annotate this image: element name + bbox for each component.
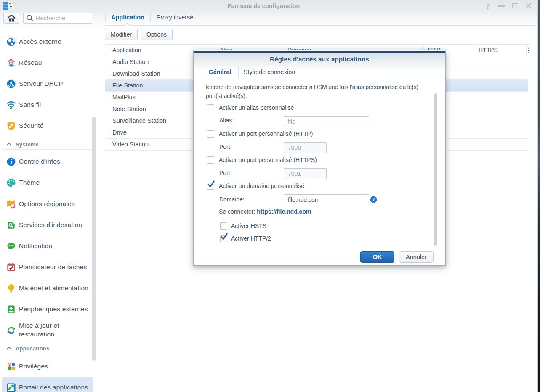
svg-text:i: i — [11, 158, 13, 165]
